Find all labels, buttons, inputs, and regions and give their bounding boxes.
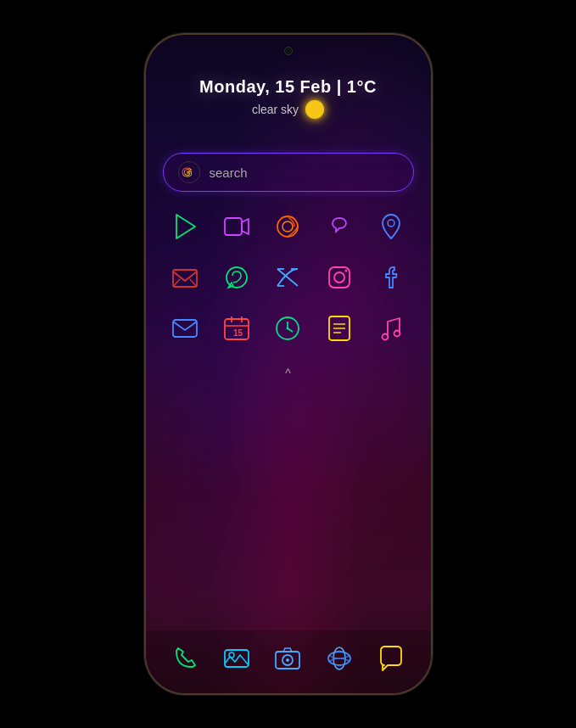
app-firefox[interactable] xyxy=(266,209,310,244)
main-content: G search xyxy=(146,127,431,630)
google-icon: G xyxy=(177,160,201,184)
svg-point-7 xyxy=(388,220,394,227)
svg-marker-2 xyxy=(176,215,195,238)
app-gmail[interactable] xyxy=(163,260,208,295)
page-indicator: ^ xyxy=(163,367,414,380)
weather-row: clear sky xyxy=(146,100,431,119)
phone-frame: Monday, 15 Feb | 1°C clear sky G xyxy=(144,33,433,695)
svg-text:15: 15 xyxy=(233,328,243,338)
app-maps[interactable] xyxy=(369,209,414,244)
date-display: Monday, 15 Feb | 1°C xyxy=(146,77,431,97)
app-calendar[interactable]: 15 xyxy=(214,311,259,346)
app-viber[interactable] xyxy=(317,209,362,244)
svg-line-9 xyxy=(173,279,180,287)
dock-messages[interactable] xyxy=(369,641,414,676)
app-notes[interactable] xyxy=(317,311,362,346)
svg-marker-4 xyxy=(242,219,249,234)
app-play-store[interactable] xyxy=(163,209,208,244)
app-clock[interactable] xyxy=(266,311,310,346)
svg-point-35 xyxy=(286,658,289,662)
svg-point-6 xyxy=(282,221,293,232)
dock-gallery[interactable] xyxy=(214,641,259,676)
app-instagram[interactable] xyxy=(317,260,362,295)
dock-browser[interactable] xyxy=(317,641,362,676)
svg-rect-3 xyxy=(225,218,242,235)
app-whatsapp[interactable] xyxy=(214,260,259,295)
app-music[interactable] xyxy=(369,311,414,346)
dock-phone[interactable] xyxy=(163,641,208,676)
svg-rect-8 xyxy=(173,270,197,287)
dock-camera[interactable] xyxy=(266,641,310,676)
svg-point-13 xyxy=(334,272,344,283)
app-twitter[interactable] xyxy=(266,260,310,295)
svg-rect-15 xyxy=(173,320,197,337)
search-placeholder: search xyxy=(210,165,400,180)
screen: Monday, 15 Feb | 1°C clear sky G xyxy=(146,35,431,693)
dock xyxy=(146,630,431,693)
camera-dot xyxy=(284,47,293,55)
svg-point-24 xyxy=(287,328,289,330)
app-mail[interactable] xyxy=(163,311,208,346)
app-grid-row1: 15 xyxy=(163,209,414,346)
chevron-up-icon: ^ xyxy=(285,367,291,380)
svg-text:G: G xyxy=(182,165,192,179)
search-bar[interactable]: G search xyxy=(163,153,414,192)
svg-point-32 xyxy=(229,652,234,658)
app-facebook[interactable] xyxy=(369,260,414,295)
sun-icon xyxy=(305,100,324,119)
weather-condition: clear sky xyxy=(252,103,299,116)
svg-point-14 xyxy=(345,270,348,272)
app-video[interactable] xyxy=(214,209,259,244)
svg-line-10 xyxy=(190,279,197,287)
